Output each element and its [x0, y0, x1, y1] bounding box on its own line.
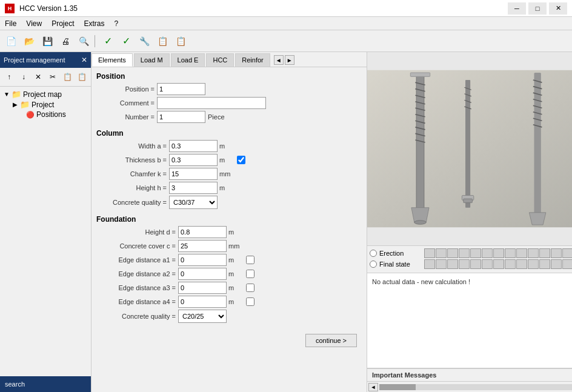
toolbar-separator-1	[95, 35, 97, 47]
section-position-header: Position	[96, 72, 362, 81]
comment-input[interactable]	[157, 97, 266, 109]
sidebar-close-btn[interactable]: ✕	[81, 56, 87, 64]
scroll-left-btn[interactable]: ◄	[368, 383, 378, 391]
tab-loade[interactable]: Load E	[171, 53, 205, 67]
edge-a2-checkbox[interactable]	[246, 270, 254, 278]
sidebar-tools: ↑ ↓ ✕ ✂ 📋 📋	[0, 68, 91, 87]
svg-point-15	[414, 221, 426, 224]
edge-a2-row: Edge distance a2 = m	[96, 268, 362, 280]
number-input[interactable]	[157, 111, 205, 123]
tab-hcc[interactable]: HCC	[206, 53, 234, 67]
folder-icon-2: 📁	[20, 100, 30, 109]
fs-cell-10	[528, 259, 539, 269]
finalstate-label: Final state	[379, 261, 422, 268]
svg-rect-22	[464, 199, 473, 202]
tree-item-project[interactable]: ▶ 📁 Project	[2, 99, 88, 110]
sidebar-tool-up[interactable]: ↑	[2, 70, 16, 84]
app-icon: H	[5, 4, 15, 13]
comment-row: Comment =	[96, 97, 362, 109]
finalstate-row: Final state	[370, 259, 572, 269]
sidebar-tool-cut[interactable]: ✂	[46, 70, 59, 84]
maximize-button[interactable]: □	[528, 2, 547, 15]
sidebar-tree: ▼ 📁 Project map ▶ 📁 Project 🔴 Positions	[0, 87, 91, 376]
chamfer-k-row: Chamfer k = mm	[96, 168, 362, 180]
edge-a2-input[interactable]	[178, 268, 227, 280]
concrete-quality-found-select[interactable]: C20/25 C25/30 C30/37	[178, 310, 227, 323]
tab-next[interactable]: ►	[285, 55, 294, 65]
tab-elements[interactable]: Elements	[91, 53, 133, 67]
tb-open[interactable]: 📂	[21, 33, 38, 50]
tab-loadm[interactable]: Load M	[134, 53, 170, 67]
edge-a1-checkbox[interactable]	[246, 256, 254, 264]
edge-a3-input[interactable]	[178, 282, 227, 294]
menu-view[interactable]: View	[21, 17, 47, 30]
edge-a3-row: Edge distance a3 = m	[96, 282, 362, 294]
height-d-row: Height d = m	[96, 226, 362, 238]
minimize-button[interactable]: ─	[508, 2, 526, 15]
sidebar-search[interactable]: search	[0, 376, 91, 392]
number-row: Number = Piece	[96, 111, 362, 123]
sidebar-tool-paste[interactable]: 📋	[75, 70, 88, 84]
scroll-track[interactable]	[379, 384, 572, 390]
height-d-unit: m	[228, 228, 244, 236]
menu-file[interactable]: File	[0, 17, 21, 30]
tb-save[interactable]: 💾	[39, 33, 56, 50]
menu-extras[interactable]: Extras	[79, 17, 110, 30]
tree-item-positions[interactable]: 🔴 Positions	[2, 110, 88, 119]
erection-cell-13	[562, 248, 572, 258]
thickness-b-input[interactable]	[169, 154, 218, 166]
fs-cell-7	[493, 259, 504, 269]
chamfer-k-input[interactable]	[169, 168, 218, 180]
erection-radio[interactable]	[370, 250, 377, 257]
concrete-quality-col-label: Concrete quality =	[96, 199, 169, 206]
sidebar-tool-down[interactable]: ↓	[17, 70, 30, 84]
thickness-b-unit: m	[219, 156, 234, 164]
tab-prev[interactable]: ◄	[274, 55, 284, 65]
close-button[interactable]: ✕	[549, 2, 567, 15]
tb-tool1[interactable]: 🔧	[136, 33, 153, 50]
concrete-cover-input[interactable]	[178, 240, 227, 252]
erection-cell-5	[470, 248, 481, 258]
menu-project[interactable]: Project	[47, 17, 79, 30]
tb-copy1[interactable]: 📋	[154, 33, 171, 50]
main-message: No actual data - new calculation !	[372, 278, 572, 285]
tb-preview[interactable]: 🔍	[75, 33, 92, 50]
tb-check[interactable]: ✓	[99, 33, 116, 50]
sidebar-tool-delete[interactable]: ✕	[32, 70, 45, 84]
tb-copy2[interactable]: 📋	[172, 33, 189, 50]
height-h-input[interactable]	[169, 182, 218, 194]
edge-a1-unit: m	[228, 256, 244, 264]
erection-label: Erection	[379, 250, 422, 257]
concrete-cover-row: Concrete cover c = mm	[96, 240, 362, 252]
height-d-input[interactable]	[178, 226, 227, 238]
tb-check2[interactable]: ✓	[118, 33, 135, 50]
height-d-label: Height d =	[96, 228, 178, 236]
expand-icon-2: ▶	[12, 102, 18, 108]
sidebar-tool-copy[interactable]: 📋	[61, 70, 74, 84]
thickness-b-checkbox[interactable]	[237, 156, 245, 164]
erection-cell-1	[424, 248, 435, 258]
edge-a1-input[interactable]	[178, 254, 227, 266]
tb-print[interactable]: 🖨	[57, 33, 74, 50]
finalstate-radio[interactable]	[370, 261, 377, 268]
continue-button[interactable]: continue >	[305, 334, 357, 347]
search-label: search	[5, 380, 25, 388]
fs-cell-3	[447, 259, 458, 269]
edge-a4-checkbox[interactable]	[246, 297, 254, 306]
tb-new[interactable]: 📄	[2, 33, 19, 50]
menu-help[interactable]: ?	[110, 17, 124, 30]
width-a-input[interactable]	[169, 140, 218, 152]
tree-item-projectmap[interactable]: ▼ 📁 Project map	[2, 89, 88, 99]
title-bar: H HCC Version 1.35 ─ □ ✕	[0, 0, 572, 17]
position-input[interactable]	[157, 83, 205, 95]
tab-reinfor[interactable]: Reinfor	[235, 53, 270, 67]
comment-label: Comment =	[96, 99, 157, 107]
scroll-thumb[interactable]	[379, 384, 416, 390]
edge-a4-input[interactable]	[178, 296, 227, 308]
fs-cell-12	[551, 259, 562, 269]
horizontal-scrollbar[interactable]: ◄ ►	[367, 381, 572, 392]
concrete-quality-col-select[interactable]: C30/37 C20/25 C25/30 C35/45	[169, 196, 218, 209]
edge-a3-checkbox[interactable]	[246, 284, 254, 292]
erection-cell-3	[447, 248, 458, 258]
height-h-label: Height h =	[96, 184, 169, 191]
